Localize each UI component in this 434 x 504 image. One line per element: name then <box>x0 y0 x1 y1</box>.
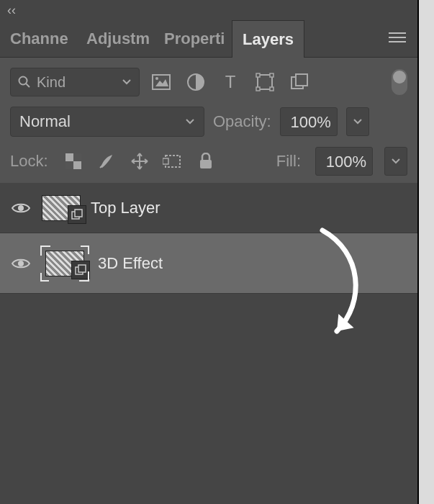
panel-tabs: Channe Adjustm Properti Layers <box>0 20 417 58</box>
fill-dropdown-button[interactable] <box>384 147 407 176</box>
layers-list: Top Layer 3D Effect <box>0 183 417 452</box>
collapse-panel-button[interactable]: ‹‹ <box>0 0 417 20</box>
svg-point-24 <box>18 205 24 211</box>
svg-text:T: T <box>225 73 236 91</box>
svg-rect-14 <box>270 87 273 91</box>
filter-label: Kind <box>37 74 65 91</box>
right-edge <box>417 0 434 504</box>
filter-shape-icon[interactable] <box>252 69 278 95</box>
lock-all-icon[interactable] <box>195 148 217 174</box>
panel-menu-icon[interactable] <box>389 32 406 46</box>
svg-rect-12 <box>270 73 273 77</box>
opacity-label: Opacity: <box>213 112 271 131</box>
fill-input[interactable]: 100% <box>315 147 373 176</box>
lock-image-icon[interactable] <box>96 148 117 174</box>
opacity-input[interactable]: 100% <box>280 107 338 136</box>
svg-point-27 <box>18 261 24 266</box>
filter-smartobject-icon[interactable] <box>286 69 312 95</box>
svg-rect-26 <box>75 210 82 217</box>
opacity-dropdown-button[interactable] <box>346 107 369 136</box>
svg-rect-13 <box>256 87 260 91</box>
layer-row[interactable]: 3D Effect <box>0 233 417 294</box>
search-icon <box>18 76 31 89</box>
svg-rect-22 <box>163 158 168 164</box>
filter-toggle[interactable] <box>392 69 407 95</box>
chevron-down-icon <box>122 78 132 86</box>
filter-pixel-icon[interactable] <box>148 69 174 95</box>
svg-rect-17 <box>65 153 73 161</box>
visibility-toggle[interactable] <box>10 257 32 270</box>
svg-rect-20 <box>65 161 73 169</box>
chevron-down-icon <box>353 118 363 125</box>
visibility-toggle[interactable] <box>10 202 32 215</box>
tab-channels[interactable]: Channe <box>0 20 76 58</box>
filter-adjustment-icon[interactable] <box>183 69 209 95</box>
layer-row[interactable]: Top Layer <box>0 183 417 233</box>
filter-type-icon[interactable]: T <box>217 69 243 95</box>
blend-mode-dropdown[interactable]: Normal <box>10 107 204 137</box>
lock-transparency-icon[interactable] <box>63 148 84 174</box>
lock-label: Lock: <box>10 152 48 171</box>
chevron-down-icon <box>391 158 401 165</box>
svg-rect-19 <box>73 153 81 161</box>
svg-rect-16 <box>296 74 307 86</box>
tab-layers[interactable]: Layers <box>232 20 304 58</box>
svg-rect-23 <box>200 160 212 168</box>
fill-label: Fill: <box>276 152 301 171</box>
svg-marker-6 <box>155 79 168 86</box>
svg-point-3 <box>19 77 27 85</box>
smart-object-badge-icon <box>68 205 86 224</box>
eye-icon <box>12 257 30 270</box>
svg-rect-29 <box>78 265 86 272</box>
lock-artboard-icon[interactable] <box>162 148 184 174</box>
blend-mode-value: Normal <box>19 112 71 131</box>
svg-line-4 <box>26 84 30 87</box>
svg-point-7 <box>155 77 158 80</box>
layer-name[interactable]: Top Layer <box>91 199 161 217</box>
eye-icon <box>12 202 30 215</box>
lock-position-icon[interactable] <box>129 148 150 174</box>
tab-adjustments[interactable]: Adjustm <box>76 20 154 58</box>
layer-filter-dropdown[interactable]: Kind <box>10 68 140 96</box>
chevron-down-icon <box>185 118 195 125</box>
layer-thumbnail[interactable] <box>42 247 88 280</box>
layer-thumbnail[interactable] <box>42 195 81 221</box>
svg-rect-11 <box>256 73 260 77</box>
svg-rect-18 <box>73 161 81 169</box>
smart-object-badge-icon <box>71 261 90 279</box>
layer-name[interactable]: 3D Effect <box>98 254 163 273</box>
tab-properties[interactable]: Properti <box>154 20 232 58</box>
